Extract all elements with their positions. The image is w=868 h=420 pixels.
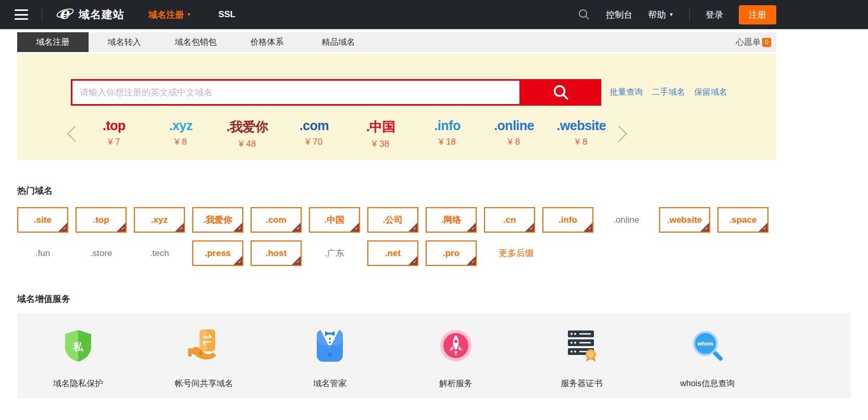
check-icon: ✓: [296, 260, 300, 264]
menu-toggle-icon[interactable]: [15, 9, 28, 20]
domain-ext-button[interactable]: .com✓: [251, 207, 302, 233]
service-item[interactable]: 域名管家: [280, 328, 379, 399]
register-button[interactable]: 注册: [739, 5, 776, 24]
console-link[interactable]: 控制台: [606, 9, 633, 21]
batch-query-link[interactable]: 批量查询: [610, 87, 643, 98]
carousel-item[interactable]: .我爱你 ¥ 48: [224, 118, 271, 149]
tab-price-system[interactable]: 价格体系: [231, 32, 303, 52]
check-icon: ✓: [471, 260, 475, 264]
domain-ext-button[interactable]: .net✓: [367, 240, 418, 266]
brand-logo[interactable]: e 域名建站: [56, 4, 125, 25]
domain-ext-button[interactable]: .website✓: [659, 207, 710, 233]
domain-ext-label: .info: [559, 215, 577, 225]
domain-ext-button[interactable]: .pro✓: [426, 240, 477, 266]
service-item[interactable]: 解析服务: [406, 328, 505, 399]
domain-ext-button[interactable]: .press✓: [192, 240, 243, 266]
service-label: 帐号间共享域名: [155, 378, 254, 389]
domain-ext-button[interactable]: .online: [601, 207, 652, 233]
domain-ext-label: .top: [93, 215, 109, 225]
svg-text:e: e: [59, 4, 70, 22]
carousel-item[interactable]: .online ¥ 8: [490, 118, 538, 149]
check-icon: ✓: [354, 226, 358, 231]
check-icon: ✓: [179, 226, 183, 231]
hot-domains-heading: 热门域名: [17, 185, 868, 197]
domain-ext-button[interactable]: .tech: [134, 240, 185, 266]
server-cert-icon: [532, 328, 631, 365]
tld-logo: .我爱你: [224, 118, 271, 135]
tld-price: ¥ 8: [556, 137, 606, 147]
domain-ext-button[interactable]: .info✓: [542, 207, 593, 233]
carousel-item[interactable]: .中国 ¥ 38: [357, 118, 405, 149]
tld-logo: .website: [556, 118, 606, 133]
domain-ext-label: .press: [205, 248, 231, 259]
carousel-item[interactable]: .xyz ¥ 8: [157, 118, 205, 149]
svg-text:私: 私: [73, 341, 84, 352]
second-hand-domain-link[interactable]: 二手域名: [652, 87, 685, 98]
domain-ext-button[interactable]: .store: [76, 240, 127, 266]
tab-premium-domains[interactable]: 精品域名: [303, 32, 374, 52]
domain-ext-button[interactable]: .cn✓: [484, 207, 535, 233]
chevron-left-icon[interactable]: [67, 125, 83, 142]
brand-title: 域名建站: [79, 7, 125, 22]
chevron-right-icon[interactable]: [611, 125, 627, 142]
domain-ext-button[interactable]: .xyz✓: [134, 207, 185, 233]
domain-search-button[interactable]: [521, 79, 601, 106]
domain-ext-label: .space: [729, 215, 757, 225]
service-item[interactable]: 帐号间共享域名: [155, 328, 254, 399]
console-label: 控制台: [606, 9, 633, 21]
divider: [689, 8, 690, 21]
tld-price-carousel: .top ¥ 7 .xyz ¥ 8 .我爱你 ¥ 48 .com ¥ 70 .中…: [17, 118, 776, 149]
check-icon: ✓: [471, 226, 475, 231]
share-domain-icon: [155, 328, 254, 365]
domain-ext-button[interactable]: .host✓: [251, 240, 302, 266]
domain-ext-label: .cn: [503, 215, 516, 225]
check-icon: ✓: [63, 226, 67, 231]
corner-fold-icon: ✓: [292, 256, 301, 265]
tab-domain-transfer[interactable]: 域名转入: [89, 32, 160, 52]
reserved-domain-link[interactable]: 保留域名: [694, 87, 727, 98]
domain-ext-button[interactable]: .fun: [17, 240, 68, 266]
service-item[interactable]: whois whois信息查询: [658, 328, 757, 399]
tld-price: ¥ 48: [224, 139, 271, 149]
domain-ext-button[interactable]: .top✓: [76, 207, 127, 233]
caret-down-icon: ▼: [669, 12, 674, 17]
domain-ext-button[interactable]: .网络✓: [426, 207, 477, 233]
tab-domain-register[interactable]: 域名注册: [17, 32, 89, 52]
e-logo-icon: e: [56, 4, 75, 25]
domain-ext-button[interactable]: .中国✓: [309, 207, 360, 233]
nav-item-domain-register[interactable]: 域名注册 ▼: [148, 9, 191, 21]
domain-ext-button[interactable]: .site✓: [17, 207, 68, 233]
section-tabbar: 域名注册 域名转入 域名包销包 价格体系 精品域名 心愿单 0: [17, 32, 776, 52]
corner-fold-icon: ✓: [408, 256, 417, 265]
help-link[interactable]: 帮助 ▼: [648, 9, 674, 21]
domain-ext-button[interactable]: .我爱你✓: [192, 207, 243, 233]
tld-price: ¥ 8: [157, 137, 205, 147]
domain-ext-label: .site: [34, 215, 52, 225]
service-label: whois信息查询: [658, 378, 757, 389]
corner-fold-icon: ✓: [467, 256, 476, 265]
domain-ext-button[interactable]: .公司✓: [367, 207, 418, 233]
corner-fold-icon: ✓: [467, 223, 476, 232]
dns-rocket-icon: [406, 328, 505, 365]
domain-ext-label: .网络: [441, 214, 462, 226]
domain-ext-label: .xyz: [151, 215, 168, 225]
carousel-item[interactable]: .top ¥ 7: [90, 118, 138, 149]
more-suffixes-link[interactable]: 更多后缀: [499, 247, 534, 259]
carousel-item[interactable]: .info ¥ 18: [424, 118, 472, 149]
corner-fold-icon: ✓: [525, 223, 534, 232]
login-link[interactable]: 登录: [705, 9, 723, 21]
domain-ext-button[interactable]: .广东: [309, 240, 360, 266]
check-icon: ✓: [238, 226, 242, 231]
nav-item-ssl[interactable]: SSL: [218, 9, 235, 20]
carousel-item[interactable]: .website ¥ 8: [556, 118, 606, 149]
tld-price: ¥ 18: [424, 137, 472, 147]
carousel-item[interactable]: .com ¥ 70: [290, 118, 338, 149]
search-icon[interactable]: [578, 8, 590, 21]
tab-domain-package[interactable]: 域名包销包: [160, 32, 231, 52]
tld-logo: .online: [490, 118, 538, 133]
domain-ext-button[interactable]: .space✓: [717, 207, 768, 233]
service-item[interactable]: 私 域名隐私保护: [29, 328, 128, 399]
wishlist-link[interactable]: 心愿单 0: [736, 32, 776, 52]
domain-search-input[interactable]: [71, 79, 521, 106]
service-item[interactable]: 服务器证书: [532, 328, 631, 399]
